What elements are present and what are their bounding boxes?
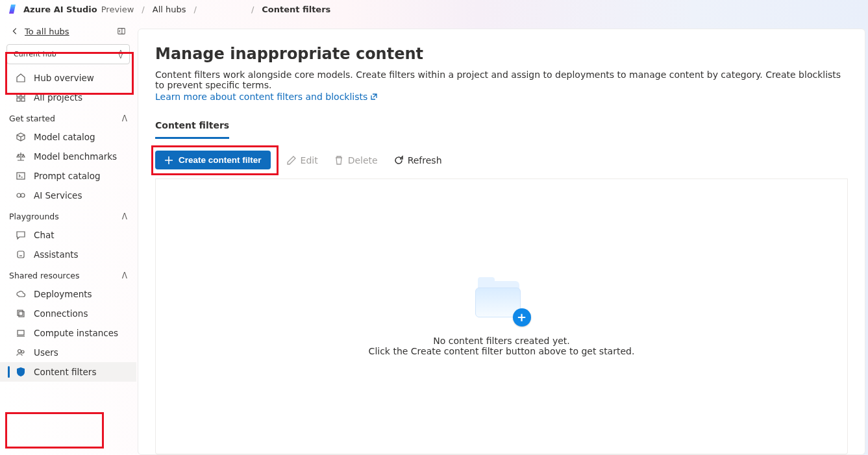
sidebar-item-deployments[interactable]: Deployments bbox=[0, 284, 136, 304]
svg-rect-10 bbox=[19, 312, 24, 317]
sidebar-item-hub-overview[interactable]: Hub overview bbox=[0, 68, 136, 88]
arrow-left-icon bbox=[10, 27, 19, 36]
scales-icon bbox=[16, 151, 26, 162]
app-logo-icon bbox=[9, 5, 16, 14]
stack-icon bbox=[16, 308, 26, 319]
sidebar-item-compute-instances[interactable]: Compute instances bbox=[0, 323, 136, 343]
main-panel: Manage inappropriate content Content fil… bbox=[138, 29, 865, 455]
empty-line-1: No content filters created yet. bbox=[369, 336, 635, 346]
section-playgrounds[interactable]: Playgroundsᐱ bbox=[0, 205, 136, 225]
svg-point-7 bbox=[21, 193, 25, 197]
sidebar-item-ai-services[interactable]: AI Services bbox=[0, 186, 136, 205]
cloud-icon bbox=[16, 289, 26, 299]
trash-icon bbox=[334, 155, 344, 166]
users-icon bbox=[16, 347, 26, 358]
shield-icon bbox=[16, 367, 26, 377]
sidebar-item-connections[interactable]: Connections bbox=[0, 304, 136, 323]
empty-folder-illustration: + bbox=[475, 277, 528, 324]
plus-badge-icon: + bbox=[513, 308, 531, 326]
external-link-icon bbox=[370, 93, 378, 101]
chat-icon bbox=[16, 230, 26, 240]
toolbar: Create content filter Edit Delete Refres… bbox=[155, 139, 848, 179]
panel-collapse-icon[interactable] bbox=[117, 27, 126, 36]
chevron-updown-icon: ᐱᐯ bbox=[119, 51, 123, 58]
svg-rect-11 bbox=[18, 330, 24, 335]
hub-picker-label: Current hub bbox=[14, 50, 56, 58]
sidebar-item-users[interactable]: Users bbox=[0, 343, 136, 362]
svg-rect-5 bbox=[17, 173, 25, 179]
svg-point-12 bbox=[18, 350, 21, 353]
chevron-up-icon: ᐱ bbox=[122, 212, 127, 221]
chevron-up-icon: ᐱ bbox=[122, 114, 127, 123]
page-title: Manage inappropriate content bbox=[155, 45, 848, 63]
svg-rect-8 bbox=[18, 251, 24, 258]
separator-icon: / bbox=[194, 5, 197, 14]
tab-content-filters[interactable]: Content filters bbox=[155, 116, 229, 139]
svg-rect-4 bbox=[21, 98, 25, 101]
pencil-icon bbox=[286, 155, 297, 166]
section-shared-resources[interactable]: Shared resourcesᐱ bbox=[0, 264, 136, 284]
hub-picker[interactable]: Current hub ᐱᐯ bbox=[6, 44, 130, 64]
refresh-button[interactable]: Refresh bbox=[393, 155, 442, 166]
breadcrumb-item-hubs[interactable]: All hubs bbox=[153, 5, 186, 14]
sidebar: To all hubs Current hub ᐱᐯ Hub overview … bbox=[0, 18, 136, 455]
sidebar-item-all-projects[interactable]: All projects bbox=[0, 88, 136, 107]
svg-point-6 bbox=[17, 193, 21, 197]
app-name: Azure AI Studio Preview bbox=[23, 5, 134, 14]
svg-rect-2 bbox=[21, 93, 25, 97]
sidebar-item-model-benchmarks[interactable]: Model benchmarks bbox=[0, 147, 136, 166]
section-get-started[interactable]: Get startedᐱ bbox=[0, 107, 136, 127]
sidebar-item-assistants[interactable]: Assistants bbox=[0, 245, 136, 264]
svg-point-13 bbox=[21, 350, 24, 353]
svg-rect-3 bbox=[17, 98, 20, 101]
breadcrumb: Azure AI Studio Preview / All hubs / / C… bbox=[0, 0, 868, 18]
grid-icon bbox=[16, 92, 26, 103]
sidebar-item-chat[interactable]: Chat bbox=[0, 225, 136, 245]
sidebar-item-content-filters[interactable]: Content filters bbox=[0, 362, 136, 382]
separator-icon: / bbox=[251, 5, 254, 14]
empty-state: + No content filters created yet. Click … bbox=[369, 277, 635, 356]
sidebar-item-prompt-catalog[interactable]: Prompt catalog bbox=[0, 166, 136, 186]
breadcrumb-item-current: Content filters bbox=[262, 5, 330, 14]
prompt-icon bbox=[16, 171, 26, 181]
tab-bar: Content filters bbox=[155, 116, 848, 139]
laptop-icon bbox=[16, 328, 26, 338]
assistant-icon bbox=[16, 249, 26, 260]
svg-rect-1 bbox=[17, 93, 20, 97]
separator-icon: / bbox=[142, 5, 144, 14]
home-icon bbox=[16, 73, 26, 83]
edit-button: Edit bbox=[286, 155, 318, 166]
learn-more-link[interactable]: Learn more about content filters and blo… bbox=[155, 92, 848, 102]
delete-button: Delete bbox=[334, 155, 378, 166]
link-icon bbox=[16, 190, 26, 201]
sidebar-item-model-catalog[interactable]: Model catalog bbox=[0, 127, 136, 147]
create-content-filter-button[interactable]: Create content filter bbox=[155, 151, 271, 169]
chevron-up-icon: ᐱ bbox=[122, 271, 127, 280]
page-description: Content filters work alongside core mode… bbox=[155, 69, 848, 90]
svg-rect-9 bbox=[18, 310, 23, 315]
refresh-icon bbox=[393, 155, 404, 166]
content-area: + No content filters created yet. Click … bbox=[155, 179, 848, 454]
empty-line-2: Click the Create content filter button a… bbox=[369, 346, 635, 356]
plus-icon bbox=[164, 156, 173, 165]
back-to-hubs-link[interactable]: To all hubs bbox=[10, 27, 69, 36]
cube-icon bbox=[16, 132, 26, 142]
